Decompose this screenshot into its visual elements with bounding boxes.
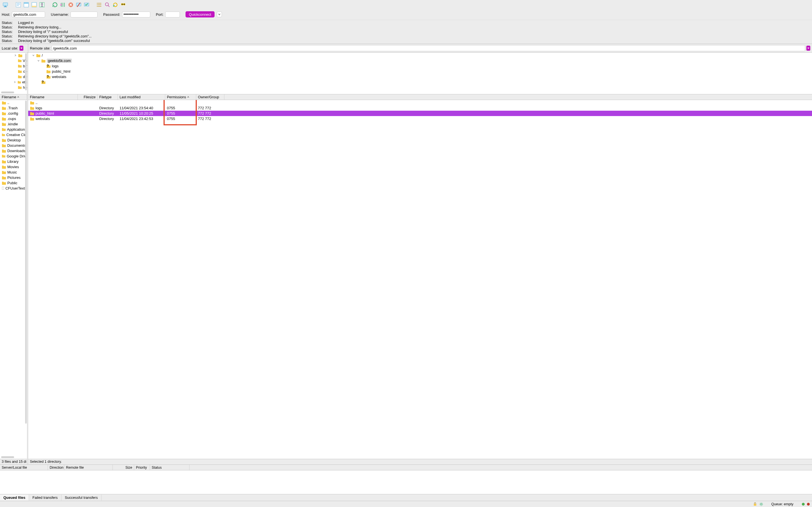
- transfer-queue-header[interactable]: Server/Local file Direction Remote file …: [0, 465, 812, 470]
- list-item[interactable]: Public: [0, 180, 27, 186]
- tree-item[interactable]: ho: [0, 85, 27, 90]
- remote-file-list[interactable]: ..logsDirectory11/04/2021 23:54:40075577…: [28, 100, 812, 459]
- password-input[interactable]: •••••••••••••••: [122, 11, 150, 17]
- list-item[interactable]: webstatsDirectory11/04/2021 23:42:530755…: [28, 116, 812, 121]
- tab-queued-files[interactable]: Queued files: [0, 495, 29, 501]
- col-status[interactable]: Status: [152, 466, 161, 469]
- scrollbar[interactable]: [25, 101, 27, 424]
- reconnect-icon[interactable]: [83, 1, 90, 8]
- tree-item[interactable]: de: [0, 74, 27, 79]
- local-file-list[interactable]: ...Trash.config.cups.kindleApplicationsC…: [0, 100, 27, 459]
- list-item[interactable]: .cups: [0, 116, 27, 121]
- list-item[interactable]: Movies: [0, 164, 27, 170]
- list-item[interactable]: Desktop: [0, 137, 27, 143]
- quickconnect-history-dropdown[interactable]: [217, 11, 222, 17]
- cancel-icon[interactable]: [67, 1, 74, 8]
- list-item[interactable]: Library: [0, 159, 27, 164]
- log-key: Status:: [2, 39, 13, 43]
- col-priority[interactable]: Priority: [136, 466, 147, 469]
- col-size[interactable]: Size: [125, 466, 132, 469]
- toggle-local-tree-icon[interactable]: [22, 1, 30, 8]
- remote-site-dropdown[interactable]: [806, 46, 810, 51]
- lock-icon[interactable]: [753, 502, 757, 506]
- tab-failed-transfers[interactable]: Failed transfers: [29, 495, 61, 501]
- tree-item[interactable]: public_html: [28, 69, 812, 74]
- list-item[interactable]: Applications: [0, 127, 27, 132]
- local-list-header[interactable]: Filename: [0, 94, 27, 100]
- filter-icon[interactable]: [104, 1, 111, 8]
- list-item[interactable]: .kindle: [0, 121, 27, 127]
- list-item[interactable]: Google Drive: [0, 154, 27, 159]
- host-input[interactable]: [12, 11, 45, 17]
- list-item[interactable]: .config: [0, 111, 27, 116]
- remote-directory-tree[interactable]: /geekto5k.comlogspublic_htmlwebstats: [28, 53, 812, 94]
- port-input[interactable]: [165, 11, 180, 17]
- list-item[interactable]: logsDirectory11/04/2021 23:54:400755772 …: [28, 105, 812, 111]
- list-item[interactable]: Documents: [0, 143, 27, 148]
- col-filename[interactable]: Filename: [2, 95, 16, 99]
- remote-site-path[interactable]: [52, 45, 805, 51]
- list-item[interactable]: public_htmlDirectory11/05/2021 10:20:250…: [28, 111, 812, 116]
- tree-item[interactable]: webstats: [28, 74, 812, 79]
- list-item[interactable]: Pictures: [0, 175, 27, 180]
- file-list-icon[interactable]: [96, 1, 103, 8]
- filetype: Directory: [98, 117, 118, 121]
- col-owner-group[interactable]: Owner/Group: [198, 95, 219, 99]
- list-item[interactable]: Downloads: [0, 148, 27, 154]
- compare-icon[interactable]: [112, 1, 119, 8]
- tree-item[interactable]: logs: [28, 63, 812, 69]
- folder-icon: [2, 122, 6, 126]
- process-queue-icon[interactable]: [59, 1, 66, 8]
- toggle-remote-tree-icon[interactable]: [31, 1, 38, 8]
- tree-item[interactable]: Vo: [0, 58, 27, 63]
- remote-list-header[interactable]: Filename Filesize Filetype Last modified…: [28, 94, 812, 100]
- scrollbar[interactable]: [1, 456, 14, 458]
- col-last-modified[interactable]: Last modified: [119, 95, 140, 99]
- disclosure-triangle-icon[interactable]: [32, 54, 35, 57]
- list-item[interactable]: ..: [0, 100, 27, 105]
- list-item[interactable]: Creative Cloud: [0, 132, 27, 137]
- col-server-local[interactable]: Server/Local file: [2, 466, 27, 469]
- col-filesize[interactable]: Filesize: [84, 95, 96, 99]
- tree-item[interactable]: etc: [0, 79, 27, 85]
- list-item[interactable]: Music: [0, 170, 27, 175]
- status-dot-error: [807, 503, 810, 506]
- tree-item[interactable]: [0, 53, 27, 58]
- username-input[interactable]: [70, 11, 98, 17]
- scrollbar[interactable]: [25, 53, 27, 91]
- gear-icon[interactable]: [759, 502, 763, 506]
- tree-item[interactable]: /: [28, 53, 812, 58]
- list-item[interactable]: ..: [28, 100, 812, 105]
- list-item[interactable]: .Trash: [0, 105, 27, 111]
- tree-item[interactable]: co: [0, 69, 27, 74]
- list-item[interactable]: CFUserTextEncoding: [0, 186, 27, 191]
- col-permissions[interactable]: Permissions: [167, 95, 186, 99]
- disconnect-icon[interactable]: [75, 1, 82, 8]
- message-log[interactable]: Status:Logged inStatus:Retrieving direct…: [0, 20, 812, 44]
- remote-status-text: Selected 1 directory.: [30, 460, 62, 464]
- find-icon[interactable]: [119, 1, 127, 8]
- col-direction[interactable]: Direction: [50, 466, 63, 469]
- tree-item[interactable]: [28, 79, 812, 85]
- scrollbar[interactable]: [1, 92, 14, 93]
- disclosure-triangle-icon[interactable]: [13, 54, 17, 57]
- col-filename[interactable]: Filename: [30, 95, 44, 99]
- local-directory-tree[interactable]: Vobircodeetcho: [0, 53, 27, 94]
- disclosure-triangle-icon[interactable]: [37, 59, 40, 62]
- local-site-dropdown[interactable]: [19, 46, 23, 51]
- transfer-queue-body[interactable]: [0, 470, 812, 494]
- toggle-queue-icon[interactable]: [38, 1, 46, 8]
- col-filetype[interactable]: Filetype: [99, 95, 112, 99]
- filename: Google Drive: [7, 154, 26, 158]
- tab-successful-transfers[interactable]: Successful transfers: [61, 495, 101, 501]
- toggle-log-icon[interactable]: [15, 1, 22, 8]
- refresh-icon[interactable]: [51, 1, 59, 8]
- tree-item[interactable]: geekto5k.com: [28, 58, 812, 63]
- disclosure-triangle-icon[interactable]: [13, 81, 16, 83]
- quickconnect-button[interactable]: Quickconnect: [186, 11, 214, 17]
- tree-item[interactable]: bir: [0, 63, 27, 69]
- port-label: Port:: [156, 12, 163, 17]
- col-remote-file[interactable]: Remote file: [66, 466, 84, 469]
- site-manager-icon[interactable]: [2, 1, 9, 8]
- site-path-bars: Local site: Remote site:: [0, 44, 812, 53]
